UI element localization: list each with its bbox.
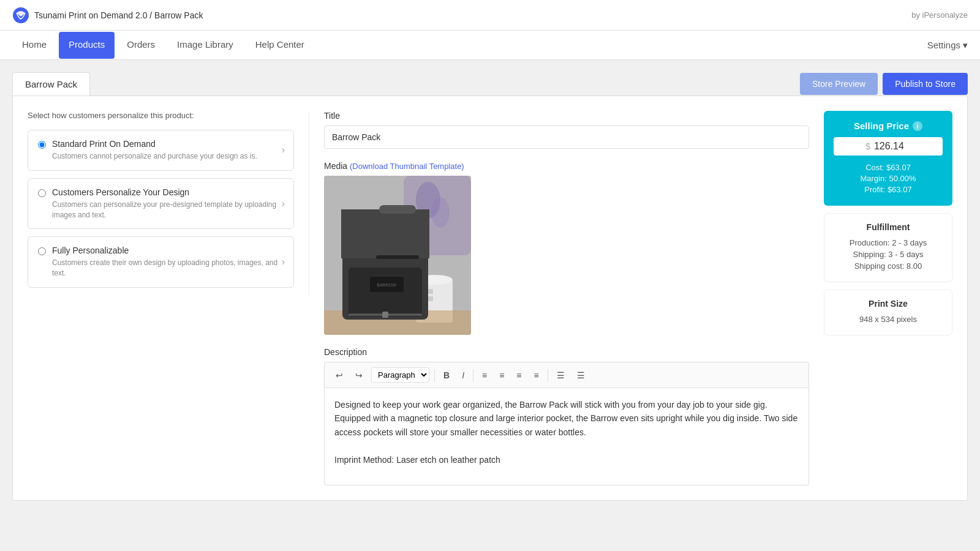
currency-symbol: $ — [865, 141, 870, 151]
app-page: Barrow Pack — [154, 10, 203, 20]
print-size-title: Print Size — [833, 299, 943, 309]
toolbar-separator-2 — [473, 369, 473, 381]
option-standard-radio[interactable] — [38, 141, 46, 149]
italic-button[interactable]: I — [458, 368, 468, 383]
align-center-button[interactable]: ≡ — [496, 368, 508, 383]
print-size-dimensions: 948 x 534 pixels — [833, 315, 943, 324]
page-wrapper: Barrow Pack Store Preview Publish to Sto… — [0, 60, 980, 513]
option-standard-desc: Customers cannot personalize and purchas… — [52, 151, 284, 162]
nav-products[interactable]: Products — [59, 32, 115, 59]
list-bullet-button[interactable]: ☰ — [553, 368, 568, 383]
nav-home[interactable]: Home — [12, 32, 56, 59]
option-customers-personalize[interactable]: Customers Personalize Your Design Custom… — [28, 178, 294, 230]
svg-rect-14 — [341, 209, 429, 258]
option-fully-personalizable-radio[interactable] — [38, 247, 46, 255]
svg-rect-10 — [428, 296, 433, 301]
top-bar: Tsunami Print on Demand 2.0 / Barrow Pac… — [0, 0, 980, 31]
main-nav: Home Products Orders Image Library Help … — [0, 31, 980, 60]
fulfillment-box: Fulfillment Production: 2 - 3 days Shipp… — [824, 213, 952, 282]
product-image-container: BARROW — [324, 176, 471, 335]
selling-price-label: Selling Price — [854, 121, 909, 131]
left-panel: Select how customers personalize this pr… — [28, 111, 309, 295]
media-row: Media (Download Thumbnail Template) — [324, 161, 809, 171]
align-left-button[interactable]: ≡ — [478, 368, 491, 383]
shipping-row: Shipping: 3 - 5 days — [833, 250, 943, 259]
separator: / — [149, 10, 152, 20]
title-input[interactable] — [324, 126, 809, 149]
nav-help-center[interactable]: Help Center — [246, 32, 314, 59]
svg-rect-16 — [379, 205, 416, 214]
sidebar-right: Selling Price i $ Cost: $63.07 Margin: 5… — [824, 111, 952, 343]
product-image: BARROW — [324, 176, 471, 335]
align-justify-button[interactable]: ≡ — [530, 368, 543, 383]
svg-rect-15 — [376, 255, 419, 259]
option-fully-personalizable-title: Fully Personalizable — [52, 246, 284, 255]
description-label: Description — [324, 347, 809, 357]
profit-label: Profit: $63.07 — [834, 185, 943, 194]
app-logo — [12, 7, 29, 24]
product-tab[interactable]: Barrow Pack — [12, 72, 90, 96]
price-input[interactable] — [874, 141, 911, 152]
redo-button[interactable]: ↪ — [352, 368, 366, 383]
svg-rect-20 — [382, 312, 388, 318]
app-title: Tsunami Print on Demand 2.0 / Barrow Pac… — [34, 10, 203, 20]
nav-orders[interactable]: Orders — [117, 32, 165, 59]
chevron-down-icon: ▾ — [963, 40, 968, 51]
align-right-button[interactable]: ≡ — [513, 368, 525, 383]
option-customers-personalize-desc: Customers can personalize your pre-desig… — [52, 200, 284, 220]
option-customers-personalize-radio[interactable] — [38, 189, 46, 197]
settings-nav[interactable]: Settings ▾ — [927, 40, 968, 51]
download-thumbnail-link[interactable]: (Download Thumbnail Template) — [350, 162, 464, 171]
personalize-heading: Select how customers personalize this pr… — [28, 111, 294, 120]
chevron-right-icon-2: › — [282, 257, 285, 268]
settings-label: Settings — [927, 40, 960, 50]
print-size-box: Print Size 948 x 534 pixels — [824, 290, 952, 335]
nav-image-library[interactable]: Image Library — [167, 32, 243, 59]
chevron-right-icon-1: › — [282, 198, 285, 209]
option-fully-personalizable-content: Fully Personalizable Customers create th… — [52, 246, 284, 279]
undo-button[interactable]: ↩ — [332, 368, 347, 383]
option-customers-personalize-content: Customers Personalize Your Design Custom… — [52, 187, 284, 220]
publish-to-store-button[interactable]: Publish to Store — [883, 73, 968, 95]
selling-price-title: Selling Price i — [834, 121, 943, 131]
svg-point-4 — [431, 197, 450, 228]
info-icon[interactable]: i — [913, 121, 922, 131]
paragraph-select[interactable]: Paragraph — [371, 367, 429, 383]
description-text-1: Designed to keep your work gear organize… — [334, 398, 799, 439]
cost-label: Cost: $63.07 — [834, 163, 943, 172]
title-label: Title — [324, 111, 809, 121]
main-content: Select how customers personalize this pr… — [12, 96, 968, 501]
option-fully-personalizable-desc: Customers create their own design by upl… — [52, 258, 284, 279]
shipping-cost-row: Shipping cost: 8.00 — [833, 261, 943, 271]
svg-rect-8 — [428, 289, 433, 294]
by-label: by iPersonalyze — [911, 10, 968, 20]
toolbar-separator-3 — [548, 369, 548, 381]
nav-items: Home Products Orders Image Library Help … — [12, 32, 314, 59]
option-standard-title: Standard Print On Demand — [52, 139, 284, 149]
selling-price-box: Selling Price i $ Cost: $63.07 Margin: 5… — [824, 111, 952, 206]
app-name: Tsunami Print on Demand 2.0 — [34, 10, 147, 20]
editor-toolbar: ↩ ↪ Paragraph B I ≡ ≡ ≡ ≡ ☰ ☰ — [324, 362, 809, 388]
product-panel: Title Media (Download Thumbnail Template… — [309, 111, 824, 485]
price-details: Cost: $63.07 Margin: 50.00% Profit: $63.… — [834, 163, 943, 194]
option-standard-content: Standard Print On Demand Customers canno… — [52, 139, 284, 162]
page-header: Barrow Pack Store Preview Publish to Sto… — [12, 72, 968, 96]
margin-label: Margin: 50.00% — [834, 174, 943, 183]
price-input-row: $ — [834, 137, 943, 156]
media-label: Media — [324, 161, 347, 171]
option-fully-personalizable[interactable]: Fully Personalizable Customers create th… — [28, 236, 294, 288]
svg-text:BARROW: BARROW — [377, 283, 396, 287]
option-customers-personalize-title: Customers Personalize Your Design — [52, 187, 284, 197]
bold-button[interactable]: B — [440, 368, 453, 383]
chevron-right-icon-0: › — [282, 144, 285, 156]
store-preview-button[interactable]: Store Preview — [800, 73, 878, 95]
header-actions: Store Preview Publish to Store — [800, 73, 968, 95]
description-editor[interactable]: Designed to keep your work gear organize… — [324, 388, 809, 485]
production-row: Production: 2 - 3 days — [833, 238, 943, 247]
toolbar-separator-1 — [434, 369, 435, 381]
list-ordered-button[interactable]: ☰ — [573, 368, 589, 383]
app-branding: Tsunami Print on Demand 2.0 / Barrow Pac… — [12, 7, 203, 24]
description-text-2: Imprint Method: Laser etch on leather pa… — [334, 453, 799, 467]
option-standard[interactable]: Standard Print On Demand Customers canno… — [28, 130, 294, 171]
fulfillment-title: Fulfillment — [833, 222, 943, 232]
